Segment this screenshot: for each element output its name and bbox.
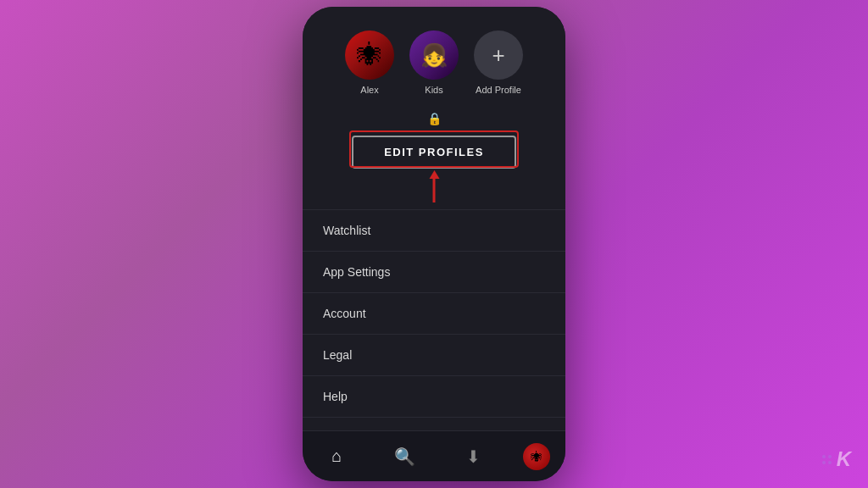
nav-search[interactable]: 🔍 <box>387 438 424 475</box>
menu-item-help[interactable]: Help <box>303 376 565 418</box>
menu-item-watchlist[interactable]: Watchlist <box>303 210 565 252</box>
annotation-arrow-wrapper <box>303 179 565 206</box>
menu-content: 🕷 Alex 👧 Kids + Add Profile 🔒 EDIT PROFI… <box>303 7 565 430</box>
profile-avatar-icon: 🕷 <box>531 450 542 463</box>
phone-container: 🕷 Alex 👧 Kids + Add Profile 🔒 EDIT PROFI… <box>303 7 565 481</box>
bottom-nav: ⌂ 🔍 ⬇ 🕷 <box>303 430 565 481</box>
annotation-red-arrow <box>433 179 436 202</box>
help-label: Help <box>323 390 348 403</box>
nav-profile[interactable]: 🕷 <box>523 443 550 470</box>
nav-download[interactable]: ⬇ <box>454 438 492 475</box>
watermark: K <box>822 447 851 471</box>
menu-item-account[interactable]: Account <box>303 293 565 335</box>
profile-item-add[interactable]: + Add Profile <box>474 30 523 95</box>
nav-home[interactable]: ⌂ <box>318 438 355 475</box>
add-profile-button[interactable]: + <box>474 30 523 80</box>
avatar-kids: 👧 <box>409 30 459 80</box>
menu-item-logout[interactable]: Log Out <box>303 418 565 430</box>
menu-item-legal[interactable]: Legal <box>303 335 565 376</box>
lock-icon: 🔒 <box>427 112 442 125</box>
profile-item-alex[interactable]: 🕷 Alex <box>345 30 394 95</box>
watermark-letter: K <box>837 447 851 471</box>
lock-section: 🔒 <box>303 108 565 132</box>
app-settings-label: App Settings <box>323 265 390 279</box>
edit-profiles-button[interactable]: EDIT PROFILES <box>352 136 516 169</box>
download-icon: ⬇ <box>466 446 481 467</box>
profile-name-alex: Alex <box>360 85 378 95</box>
dot-1 <box>822 455 826 458</box>
search-icon: 🔍 <box>394 446 415 467</box>
menu-items-list: Watchlist App Settings Account Legal Hel… <box>303 209 565 430</box>
watchlist-label: Watchlist <box>323 224 370 237</box>
account-label: Account <box>323 307 366 320</box>
home-icon: ⌂ <box>331 446 342 466</box>
plus-icon: + <box>492 42 504 69</box>
watermark-dots <box>822 455 832 464</box>
menu-item-app-settings[interactable]: App Settings <box>303 252 565 293</box>
profiles-section: 🕷 Alex 👧 Kids + Add Profile <box>303 7 565 108</box>
dot-2 <box>828 455 832 458</box>
dot-3 <box>822 461 826 464</box>
add-profile-label: Add Profile <box>476 85 521 95</box>
profile-item-kids[interactable]: 👧 Kids <box>409 30 459 95</box>
profile-name-kids: Kids <box>425 85 442 95</box>
dot-4 <box>828 461 832 464</box>
avatar-alex: 🕷 <box>345 30 394 80</box>
legal-label: Legal <box>323 348 352 362</box>
